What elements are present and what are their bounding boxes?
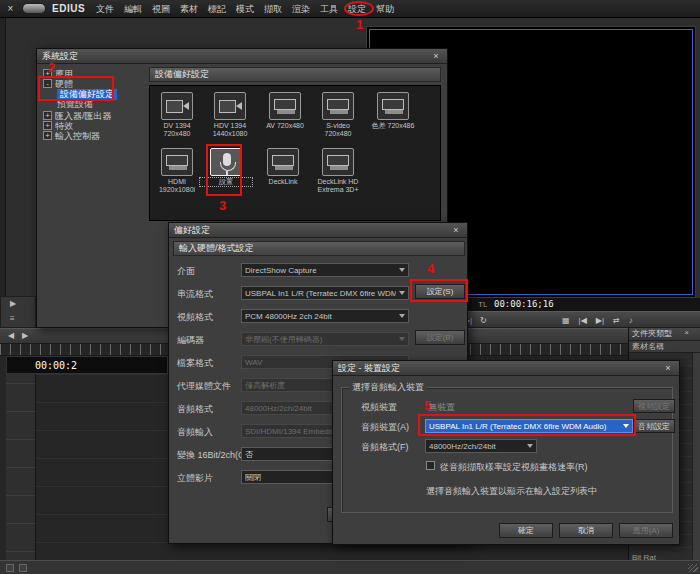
play-small-icon[interactable]: ▶ bbox=[10, 299, 16, 308]
microphone-icon bbox=[210, 148, 242, 176]
layout-icon[interactable]: ▦ bbox=[562, 313, 570, 328]
menu-item-file[interactable]: 文件 bbox=[96, 3, 114, 16]
menu-item-render[interactable]: 渲染 bbox=[292, 3, 310, 16]
encoder-dropdown: 非壓縮(不使用轉碼器) bbox=[241, 332, 409, 346]
bin-column-header[interactable]: 素材名稱 bbox=[629, 341, 700, 353]
status-bar bbox=[0, 560, 700, 574]
close-icon[interactable]: × bbox=[4, 2, 17, 15]
transport-extra-controls: ▦ |◀ ▶| ⇄ ♪ bbox=[562, 313, 633, 328]
collapse-icon[interactable]: - bbox=[43, 79, 52, 88]
file-format-label: 檔案格式 bbox=[177, 357, 213, 370]
close-icon[interactable]: × bbox=[450, 225, 462, 235]
dropdown-value: USBPAL In1 L/R (Terratec DMX 6fire WDM A… bbox=[429, 422, 620, 431]
device-decklink-hd[interactable]: DeckLink HD Extrema 3D+ bbox=[312, 148, 364, 194]
expand-icon[interactable]: + bbox=[43, 111, 52, 120]
swap-icon[interactable]: ⇄ bbox=[613, 313, 620, 328]
device-dv1394[interactable]: DV 1394 720x480 bbox=[151, 92, 203, 138]
dropdown-value: USBPAL In1 L/R (Terratec DMX 6fire WDM A… bbox=[245, 289, 396, 298]
stereoscopic-label: 立體影片 bbox=[177, 472, 213, 485]
annotation-number-1: 1 bbox=[356, 17, 363, 32]
prev-clip-icon[interactable]: ◀ bbox=[8, 331, 14, 340]
deck-icon bbox=[322, 148, 354, 176]
device-setup-selected[interactable]: 設置 bbox=[200, 148, 252, 186]
close-icon[interactable]: × bbox=[430, 51, 442, 61]
device-label: AV 720x480 bbox=[259, 122, 311, 130]
tree-label: 應用 bbox=[55, 69, 73, 79]
menu-item-help[interactable]: 幫助 bbox=[376, 3, 394, 16]
menu-item-marker[interactable]: 標記 bbox=[208, 3, 226, 16]
dialog-titlebar[interactable]: 系統設定 × bbox=[37, 49, 447, 64]
menu-item-view[interactable]: 視圖 bbox=[152, 3, 170, 16]
annotation-number-4: 4 bbox=[427, 261, 434, 276]
deck-icon bbox=[267, 148, 299, 176]
deck-icon bbox=[322, 92, 354, 120]
device-label: HDV 1394 1440x1080 bbox=[204, 122, 256, 138]
device-decklink[interactable]: DeckLink bbox=[257, 148, 309, 186]
input-format-header: 輸入硬體/格式設定 bbox=[173, 241, 465, 256]
tree-item-input-controller[interactable]: +輸入控制器 bbox=[43, 131, 100, 142]
device-grid: DV 1394 720x480 HDV 1394 1440x1080 AV 72… bbox=[149, 85, 441, 221]
menu-item-tools[interactable]: 工具 bbox=[320, 3, 338, 16]
bin-tab[interactable]: 文件夾類型 bbox=[629, 328, 700, 341]
resize-grip-icon[interactable] bbox=[688, 564, 698, 572]
device-hdv1394[interactable]: HDV 1394 1440x1080 bbox=[204, 92, 256, 138]
video-format-dropdown[interactable]: PCM 48000Hz 2ch 24bit bbox=[241, 309, 409, 323]
chevron-down-icon bbox=[399, 268, 405, 272]
list-icon[interactable]: ≡ bbox=[10, 314, 15, 323]
ok-button[interactable]: 確定 bbox=[499, 523, 553, 538]
audio-device-dropdown[interactable]: USBPAL In1 L/R (Terratec DMX 6fire WDM A… bbox=[425, 419, 633, 433]
tree-label: 輸入控制器 bbox=[55, 131, 100, 141]
chevron-down-icon bbox=[399, 291, 405, 295]
loop-icon[interactable]: ↻ bbox=[480, 313, 487, 328]
deck-icon bbox=[269, 92, 301, 120]
bin-close-icon[interactable]: × bbox=[684, 328, 689, 337]
menu-item-settings[interactable]: 設定 bbox=[348, 3, 366, 16]
audio-format-label: 音頻格式 bbox=[177, 403, 213, 416]
stream-settings-button[interactable]: 設定(S) bbox=[415, 284, 465, 299]
annotation-number-5: 5 bbox=[424, 398, 431, 413]
tree-item-preview-device[interactable]: 預覽設備 bbox=[57, 99, 93, 110]
chevron-down-icon bbox=[527, 444, 533, 448]
cancel-button[interactable]: 取消 bbox=[559, 523, 613, 538]
device-component[interactable]: 色差 720x486 bbox=[367, 92, 419, 130]
device-av[interactable]: AV 720x480 bbox=[259, 92, 311, 130]
deck-icon bbox=[161, 148, 193, 176]
menu-item-mode[interactable]: 模式 bbox=[236, 3, 254, 16]
menu-item-clip[interactable]: 素材 bbox=[180, 3, 198, 16]
camcorder-icon bbox=[161, 92, 193, 120]
menu-item-edit[interactable]: 編輯 bbox=[124, 3, 142, 16]
framerate-checkbox[interactable] bbox=[426, 461, 435, 470]
interface-label: 介面 bbox=[177, 265, 195, 278]
dialog-title: 設定 - 裝置設定 bbox=[338, 362, 400, 375]
mark-out-icon[interactable]: ▶| bbox=[596, 313, 604, 328]
dropdown-value: PCM 48000Hz 2ch 24bit bbox=[245, 312, 396, 321]
audio-settings-button[interactable]: 音頻設定 bbox=[633, 419, 675, 433]
side-toolbar: ▶ ≡ bbox=[0, 296, 36, 328]
audio-monitor-icon[interactable]: ♪ bbox=[629, 313, 633, 328]
device-label: DeckLink bbox=[257, 178, 309, 186]
audio-input-label: 音頻輸入 bbox=[177, 426, 213, 439]
dialog-titlebar[interactable]: 偏好設定 × bbox=[169, 223, 467, 238]
tree-label: 硬體 bbox=[55, 79, 73, 89]
audio-format-dropdown[interactable]: 48000Hz/2ch/24bit bbox=[425, 439, 537, 453]
interface-dropdown[interactable]: DirectShow Capture bbox=[241, 263, 409, 277]
bin-scrollbar[interactable] bbox=[692, 353, 700, 574]
device-label: DV 1394 720x480 bbox=[151, 122, 203, 138]
status-indicator-icon bbox=[6, 564, 14, 572]
close-icon[interactable]: × bbox=[662, 363, 674, 373]
dialog-title: 偏好設定 bbox=[174, 224, 210, 237]
dialog-titlebar[interactable]: 設定 - 裝置設定 × bbox=[333, 361, 679, 376]
next-clip-icon[interactable]: ▶ bbox=[22, 331, 28, 340]
menu-item-capture[interactable]: 擷取 bbox=[264, 3, 282, 16]
timecode-value: 00:00:16;16 bbox=[494, 299, 554, 309]
dropdown-value: DirectShow Capture bbox=[245, 266, 396, 275]
audio-format-label: 音頻格式(F) bbox=[361, 441, 409, 454]
device-svideo[interactable]: S-video 720x480 bbox=[312, 92, 364, 138]
mark-in-icon[interactable]: |◀ bbox=[579, 313, 587, 328]
expand-icon[interactable]: + bbox=[43, 121, 52, 130]
chevron-down-icon bbox=[623, 424, 629, 428]
stream-format-dropdown[interactable]: USBPAL In1 L/R (Terratec DMX 6fire WDM A… bbox=[241, 286, 409, 300]
expand-icon[interactable]: + bbox=[43, 131, 52, 140]
audio-device-label: 音頻裝置(A) bbox=[361, 421, 409, 434]
device-hdmi[interactable]: HDMI 1920x1080i bbox=[151, 148, 203, 194]
